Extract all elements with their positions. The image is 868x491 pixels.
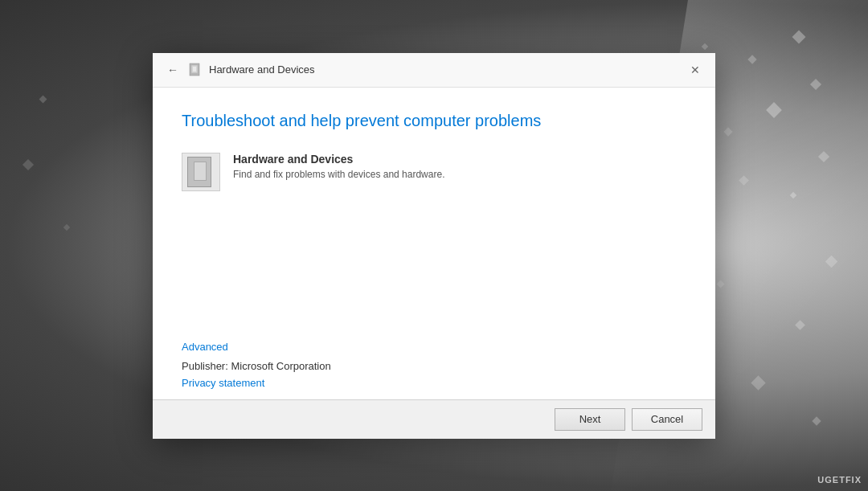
dialog-title-icon <box>188 63 203 77</box>
advanced-link[interactable]: Advanced <box>182 341 228 353</box>
dialog-titlebar: ← Hardware and Devices ✕ <box>153 53 715 88</box>
hardware-icon <box>182 153 220 191</box>
content-heading: Troubleshoot and help prevent computer p… <box>182 112 686 130</box>
next-button[interactable]: Next <box>555 408 625 431</box>
troubleshoot-dialog: ← Hardware and Devices ✕ Troubleshoot an… <box>153 53 715 439</box>
close-button[interactable]: ✕ <box>686 61 704 79</box>
privacy-statement-link[interactable]: Privacy statement <box>182 377 264 389</box>
dialog-footer: Next Cancel <box>153 399 715 439</box>
dialog-main-content: Troubleshoot and help prevent computer p… <box>153 88 715 281</box>
publisher-label: Publisher: Microsoft Corporation <box>182 360 686 372</box>
hardware-devices-item: Hardware and Devices Find and fix proble… <box>182 153 686 191</box>
item-description: Find and fix problems with devices and h… <box>233 169 444 180</box>
item-text: Hardware and Devices Find and fix proble… <box>233 153 444 180</box>
back-button[interactable]: ← <box>164 61 182 79</box>
watermark-label: UGETFIX <box>817 475 862 485</box>
footer-links: Advanced Publisher: Microsoft Corporatio… <box>153 339 715 399</box>
cancel-button[interactable]: Cancel <box>632 408 702 431</box>
item-title: Hardware and Devices <box>233 153 444 166</box>
dialog-title-text: Hardware and Devices <box>209 63 315 76</box>
svg-rect-2 <box>193 67 196 72</box>
